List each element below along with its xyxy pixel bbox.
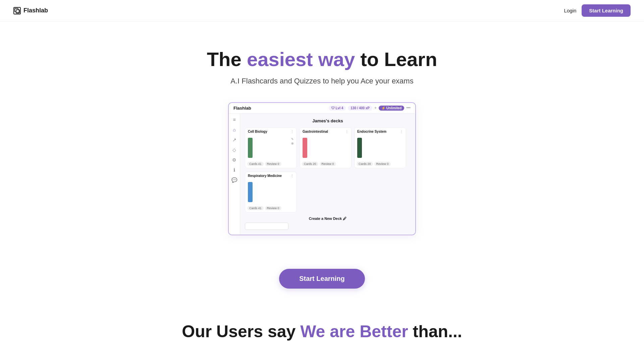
menu-icon[interactable]: ≡ [233, 117, 235, 122]
app-body: ≡ ⌂ ↗ ◇ ⚙ ℹ 💬 James's decks Cell B [229, 114, 415, 235]
app-content: James's decks Cell Biology ⋮ ✎⊗ [240, 114, 415, 235]
nav-actions: Login Start Learning [564, 4, 631, 17]
create-deck-section: Create a New Deck 🖊 [245, 217, 411, 230]
logo-icon [13, 7, 21, 14]
bottom-title: Our Users say We are Better than... [7, 322, 637, 342]
login-button[interactable]: Login [564, 8, 577, 13]
app-bar-logo: Flashlab [233, 106, 251, 111]
create-deck-title: Create a New Deck 🖊 [245, 217, 411, 221]
level-badge: 🛡 Lvl 4 [329, 106, 346, 111]
app-bar-right: 🛡 Lvl 4 130 / 400 xP + ⚡ Unlimited ••• [329, 106, 411, 111]
diamond-icon[interactable]: ◇ [232, 147, 236, 153]
shield-icon: 🛡 [331, 106, 335, 110]
logo-text: Flashlab [23, 7, 48, 14]
cards-count: Cards 41 [247, 206, 264, 210]
xp-badge: 130 / 400 xP [348, 106, 372, 111]
hero-title-suffix: to Learn [355, 48, 437, 70]
deck-card-bar-area: ✎⊗ [245, 135, 297, 161]
deck-options-icon[interactable]: ⋮ [290, 174, 294, 178]
app-screenshot: Flashlab 🛡 Lvl 4 130 / 400 xP + ⚡ Unlimi… [228, 102, 416, 235]
start-learning-nav-button[interactable]: Start Learning [582, 4, 631, 17]
bottom-suffix: than... [408, 322, 462, 341]
cards-count: Cards 20 [302, 162, 318, 166]
review-count: Review 0 [374, 162, 391, 166]
deck-card-footer: Cards 41 Review 0 [245, 161, 297, 168]
app-sidebar: ≡ ⌂ ↗ ◇ ⚙ ℹ 💬 [229, 114, 240, 235]
review-count: Review 0 [265, 162, 281, 166]
cards-count: Cards 41 [247, 162, 264, 166]
decks-section-title: James's decks [245, 118, 411, 123]
deck-grid-row2: Respiratory Medicine ⋮ Cards 41 Review 0 [245, 172, 411, 213]
chat-icon[interactable]: 💬 [231, 177, 237, 183]
svg-rect-1 [16, 10, 19, 13]
app-screenshot-wrapper: Flashlab 🛡 Lvl 4 130 / 400 xP + ⚡ Unlimi… [225, 102, 419, 235]
deck-card-header: Endocrine System ⋮ [355, 128, 406, 135]
app-bar: Flashlab 🛡 Lvl 4 130 / 400 xP + ⚡ Unlimi… [229, 103, 415, 114]
review-count: Review 0 [265, 206, 281, 210]
bottom-prefix: Our Users say [182, 322, 300, 341]
deck-card-footer: Cards 20 Review 0 [300, 161, 351, 168]
logo: Flashlab [13, 7, 48, 14]
home-icon[interactable]: ⌂ [233, 127, 235, 132]
bottom-section: Our Users say We are Better than... [0, 312, 644, 355]
deck-card-bar-area [245, 180, 297, 205]
deck-name: Endocrine System [357, 130, 386, 133]
unlimited-badge: ⚡ Unlimited [379, 106, 404, 111]
settings-icon[interactable]: ⚙ [232, 157, 236, 163]
deck-name: Gastrointestinal [303, 130, 328, 133]
plus-icon: + [374, 106, 377, 110]
deck-card-header: Cell Biology ⋮ [245, 128, 297, 135]
deck-card-footer: Cards 20 Review 0 [355, 161, 406, 168]
deck-card-bar-area [355, 135, 406, 161]
deck-card-endocrine-system: Endocrine System ⋮ Cards 20 Review 0 [354, 127, 406, 168]
navigation: Flashlab Login Start Learning [0, 0, 644, 21]
hero-title-prefix: The [207, 48, 247, 70]
deck-card-header: Gastrointestinal ⋮ [300, 128, 351, 135]
cta-wrapper: Start Learning [0, 269, 644, 289]
deck-card-bar-area [300, 135, 351, 161]
deck-card-respiratory: Respiratory Medicine ⋮ Cards 41 Review 0 [245, 172, 297, 213]
deck-options-icon[interactable]: ⋮ [400, 130, 403, 133]
hero-title-accent: easiest way [247, 48, 355, 70]
hero-section: The easiest way to Learn A.I Flashcards … [0, 21, 644, 265]
start-learning-main-button[interactable]: Start Learning [279, 269, 365, 289]
more-options-icon: ••• [406, 106, 411, 110]
hero-subtitle: A.I Flashcards and Quizzes to help you A… [7, 77, 637, 85]
deck-grid: Cell Biology ⋮ ✎⊗ Cards 41 [245, 127, 411, 168]
deck-name: Respiratory Medicine [248, 174, 282, 178]
create-deck-input[interactable] [245, 223, 288, 230]
chart-icon[interactable]: ↗ [232, 137, 236, 142]
info-icon[interactable]: ℹ [233, 167, 235, 173]
cards-count: Cards 20 [357, 162, 373, 166]
deck-card-header: Respiratory Medicine ⋮ [245, 172, 297, 180]
deck-options-icon[interactable]: ⋮ [345, 130, 348, 133]
review-count: Review 0 [320, 162, 336, 166]
hero-title: The easiest way to Learn [7, 48, 637, 71]
deck-card-cell-biology: Cell Biology ⋮ ✎⊗ Cards 41 [245, 127, 297, 168]
deck-name: Cell Biology [248, 130, 267, 133]
level-text: Lvl 4 [336, 106, 343, 110]
svg-rect-0 [15, 8, 18, 12]
deck-options-icon[interactable]: ⋮ [290, 130, 294, 133]
deck-card-footer: Cards 41 Review 0 [245, 205, 297, 212]
deck-card-gastrointestinal: Gastrointestinal ⋮ Cards 20 Review 0 [300, 127, 352, 168]
bottom-accent: We are Better [300, 322, 408, 341]
